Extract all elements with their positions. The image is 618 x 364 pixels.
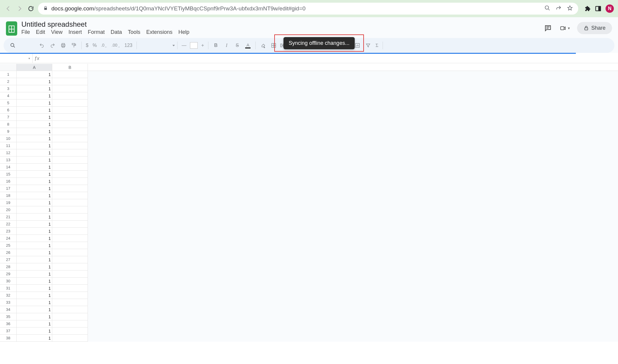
bookmark-star-icon[interactable] (567, 5, 573, 12)
cell[interactable]: 1 (17, 320, 52, 327)
row-header[interactable]: 38 (0, 335, 17, 342)
menu-data[interactable]: Data (111, 29, 122, 35)
redo-button[interactable] (47, 40, 58, 50)
cell[interactable]: 1 (17, 199, 52, 206)
cell[interactable]: 1 (17, 156, 52, 164)
filter-button[interactable] (363, 40, 373, 50)
row-header[interactable]: 6 (0, 107, 17, 114)
profile-avatar[interactable]: N (606, 4, 614, 13)
cell[interactable]: 1 (17, 249, 52, 256)
cell[interactable]: 1 (17, 128, 52, 135)
cell[interactable]: 1 (17, 242, 52, 249)
cell[interactable]: 1 (17, 142, 52, 149)
share-page-icon[interactable] (556, 5, 562, 12)
row-header[interactable]: 22 (0, 221, 17, 228)
name-box[interactable] (0, 54, 33, 63)
row-header[interactable]: 21 (0, 213, 17, 221)
cell[interactable]: 1 (17, 85, 52, 92)
browser-reload-button[interactable] (27, 4, 35, 13)
share-button[interactable]: Share (577, 22, 612, 34)
column-header-A[interactable]: A (17, 64, 52, 71)
row-header[interactable]: 14 (0, 164, 17, 171)
increase-decimals-button[interactable]: .00→ (110, 40, 122, 50)
row-header[interactable]: 23 (0, 228, 17, 235)
cell[interactable]: 1 (17, 92, 52, 99)
cell[interactable] (52, 85, 88, 92)
cell[interactable]: 1 (17, 213, 52, 221)
row-header[interactable]: 5 (0, 99, 17, 107)
select-all-corner[interactable] (0, 64, 17, 71)
spreadsheet-grid[interactable]: 1121314151617181911011111211311411511611… (0, 71, 618, 342)
cell[interactable]: 1 (17, 121, 52, 128)
format-currency-button[interactable]: $ (84, 40, 90, 50)
browser-forward-button[interactable] (15, 4, 24, 13)
cell[interactable] (52, 71, 88, 78)
cell[interactable]: 1 (17, 256, 52, 263)
cell[interactable] (52, 213, 88, 221)
document-title[interactable]: Untitled spreadsheet (21, 20, 189, 29)
bold-button[interactable]: B (211, 40, 221, 50)
cell[interactable] (52, 235, 88, 242)
row-header[interactable]: 28 (0, 263, 17, 270)
row-header[interactable]: 8 (0, 121, 17, 128)
row-header[interactable]: 1 (0, 71, 17, 78)
font-size-increase[interactable]: + (199, 40, 206, 50)
cell[interactable]: 1 (17, 135, 52, 142)
row-header[interactable]: 27 (0, 256, 17, 263)
column-header-B[interactable]: B (52, 64, 88, 71)
cell[interactable] (52, 164, 88, 171)
row-header[interactable]: 10 (0, 135, 17, 142)
row-header[interactable]: 37 (0, 327, 17, 335)
cell[interactable] (52, 142, 88, 149)
row-header[interactable]: 34 (0, 306, 17, 313)
cell[interactable] (52, 242, 88, 249)
cell[interactable]: 1 (17, 285, 52, 292)
cell[interactable] (52, 335, 88, 342)
page-zoom-icon[interactable] (544, 5, 550, 12)
formula-bar[interactable] (41, 54, 618, 63)
cell[interactable]: 1 (17, 278, 52, 285)
cell[interactable]: 1 (17, 185, 52, 192)
cell[interactable]: 1 (17, 235, 52, 242)
cell[interactable] (52, 121, 88, 128)
row-header[interactable]: 4 (0, 92, 17, 99)
row-header[interactable]: 26 (0, 249, 17, 256)
cell[interactable] (52, 156, 88, 164)
menu-extensions[interactable]: Extensions (146, 29, 172, 35)
cell[interactable]: 1 (17, 171, 52, 178)
cell[interactable]: 1 (17, 99, 52, 107)
row-header[interactable]: 31 (0, 285, 17, 292)
menu-view[interactable]: View (51, 29, 63, 35)
cell[interactable] (52, 178, 88, 185)
row-header[interactable]: 15 (0, 171, 17, 178)
menu-tools[interactable]: Tools (128, 29, 140, 35)
cell[interactable]: 1 (17, 313, 52, 320)
cell[interactable] (52, 149, 88, 156)
sheets-logo-icon[interactable] (6, 21, 17, 36)
row-header[interactable]: 2 (0, 78, 17, 85)
cell[interactable] (52, 299, 88, 306)
menu-insert[interactable]: Insert (69, 29, 82, 35)
decrease-decimals-button[interactable]: .0← (99, 40, 109, 50)
side-panel-icon[interactable] (595, 5, 601, 12)
row-header[interactable]: 35 (0, 313, 17, 320)
row-header[interactable]: 33 (0, 299, 17, 306)
cell[interactable]: 1 (17, 335, 52, 342)
cell[interactable]: 1 (17, 192, 52, 199)
cell[interactable]: 1 (17, 114, 52, 121)
extensions-puzzle-icon[interactable] (584, 5, 591, 12)
row-header[interactable]: 13 (0, 156, 17, 164)
font-size-field[interactable] (189, 40, 199, 50)
row-header[interactable]: 30 (0, 278, 17, 285)
cell[interactable] (52, 292, 88, 299)
row-header[interactable]: 9 (0, 128, 17, 135)
cell[interactable]: 1 (17, 107, 52, 114)
browser-back-button[interactable] (4, 4, 12, 13)
cell[interactable] (52, 327, 88, 335)
search-menu-button[interactable] (8, 40, 18, 50)
cell[interactable] (52, 228, 88, 235)
cell[interactable] (52, 199, 88, 206)
undo-button[interactable] (37, 40, 47, 50)
fill-color-button[interactable] (258, 40, 268, 50)
cell[interactable] (52, 128, 88, 135)
